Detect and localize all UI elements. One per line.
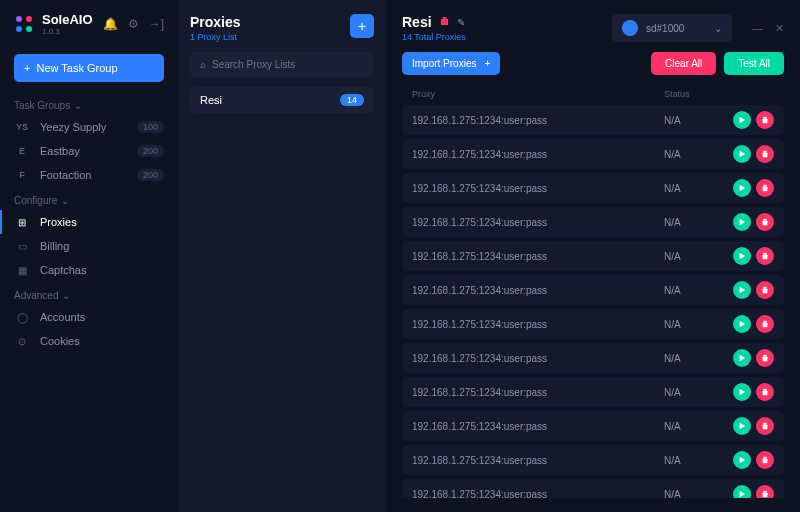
test-proxy-button[interactable] — [733, 383, 751, 401]
delete-proxy-button[interactable] — [756, 247, 774, 265]
nav-item-proxies[interactable]: ⊞Proxies — [0, 210, 178, 234]
search-field[interactable] — [212, 59, 364, 70]
plus-icon: + — [24, 62, 30, 74]
svg-rect-26 — [763, 458, 768, 463]
delete-list-icon[interactable] — [440, 17, 449, 28]
proxy-list-item[interactable]: Resi14 — [190, 87, 374, 113]
test-proxy-button[interactable] — [733, 451, 751, 469]
add-proxy-list-button[interactable]: + — [350, 14, 374, 38]
svg-rect-16 — [763, 288, 768, 293]
svg-rect-22 — [763, 390, 768, 395]
proxy-status: N/A — [664, 489, 724, 499]
section-task-groups[interactable]: Task Groups ⌄ — [0, 92, 178, 115]
nav-item-billing[interactable]: ▭Billing — [0, 234, 178, 258]
test-proxy-button[interactable] — [733, 247, 751, 265]
proxy-list-panel: Proxies 1 Proxy List + ⌕ Resi14 — [178, 0, 386, 512]
delete-proxy-button[interactable] — [756, 213, 774, 231]
new-task-label: New Task Group — [36, 62, 117, 74]
section-advanced[interactable]: Advanced ⌄ — [0, 282, 178, 305]
proxy-status: N/A — [664, 421, 724, 432]
proxy-value: 192.168.1.275:1234:user:pass — [412, 421, 664, 432]
search-input[interactable]: ⌕ — [190, 52, 374, 77]
plus-icon: + — [484, 58, 490, 69]
proxy-row: 192.168.1.275:1234:user:passN/A — [402, 445, 784, 475]
svg-rect-27 — [763, 457, 766, 459]
proxy-status: N/A — [664, 319, 724, 330]
test-proxy-button[interactable] — [733, 179, 751, 197]
svg-rect-20 — [763, 356, 768, 361]
test-proxy-button[interactable] — [733, 417, 751, 435]
chevron-down-icon: ⌄ — [61, 195, 69, 206]
delete-proxy-button[interactable] — [756, 281, 774, 299]
proxy-value: 192.168.1.275:1234:user:pass — [412, 183, 664, 194]
chevron-down-icon: ⌄ — [714, 23, 722, 34]
logout-icon[interactable]: →] — [149, 17, 164, 31]
svg-rect-24 — [763, 424, 768, 429]
delete-proxy-button[interactable] — [756, 349, 774, 367]
svg-point-2 — [16, 26, 22, 32]
nav-item-captchas[interactable]: ▦Captchas — [0, 258, 178, 282]
svg-rect-10 — [763, 186, 768, 191]
test-proxy-button[interactable] — [733, 111, 751, 129]
clear-all-button[interactable]: Clear All — [651, 52, 716, 75]
delete-proxy-button[interactable] — [756, 485, 774, 498]
delete-proxy-button[interactable] — [756, 417, 774, 435]
bell-icon[interactable]: 🔔 — [103, 17, 118, 31]
proxy-row: 192.168.1.275:1234:user:passN/A — [402, 105, 784, 135]
search-icon: ⌕ — [200, 59, 206, 70]
proxy-value: 192.168.1.275:1234:user:pass — [412, 387, 664, 398]
close-button[interactable]: ✕ — [775, 22, 784, 35]
test-proxy-button[interactable] — [733, 145, 751, 163]
minimize-button[interactable]: — — [752, 22, 763, 35]
task-group-item[interactable]: YSYeezy Supply100 — [0, 115, 178, 139]
svg-rect-6 — [763, 118, 768, 123]
nav-label: Proxies — [40, 216, 77, 228]
list-name: Resi — [200, 94, 222, 106]
new-task-group-button[interactable]: + New Task Group — [14, 54, 164, 82]
profile-selector[interactable]: sd#1000 ⌄ — [612, 14, 732, 42]
proxy-value: 192.168.1.275:1234:user:pass — [412, 489, 664, 499]
svg-point-0 — [16, 16, 22, 22]
delete-proxy-button[interactable] — [756, 179, 774, 197]
nav-item-cookies[interactable]: ⊙Cookies — [0, 329, 178, 353]
proxy-value: 192.168.1.275:1234:user:pass — [412, 149, 664, 160]
gear-icon[interactable]: ⚙ — [128, 17, 139, 31]
test-all-button[interactable]: Test All — [724, 52, 784, 75]
svg-rect-14 — [763, 254, 768, 259]
svg-rect-18 — [763, 322, 768, 327]
nav-label: Accounts — [40, 311, 85, 323]
section-configure[interactable]: Configure ⌄ — [0, 187, 178, 210]
count-badge: 200 — [137, 169, 164, 181]
test-proxy-button[interactable] — [733, 349, 751, 367]
proxy-value: 192.168.1.275:1234:user:pass — [412, 115, 664, 126]
delete-proxy-button[interactable] — [756, 145, 774, 163]
proxy-row: 192.168.1.275:1234:user:passN/A — [402, 377, 784, 407]
edit-list-icon[interactable]: ✎ — [457, 17, 465, 28]
proxy-status: N/A — [664, 149, 724, 160]
import-proxies-button[interactable]: Import Proxies + — [402, 52, 500, 75]
delete-proxy-button[interactable] — [756, 383, 774, 401]
delete-proxy-button[interactable] — [756, 315, 774, 333]
nav-icon: ▦ — [14, 265, 30, 276]
nav-label: Cookies — [40, 335, 80, 347]
detail-subtitle: 14 Total Proxies — [402, 32, 466, 42]
avatar — [622, 20, 638, 36]
test-proxy-button[interactable] — [733, 315, 751, 333]
panel-title: Proxies — [190, 14, 241, 30]
nav-item-accounts[interactable]: ◯Accounts — [0, 305, 178, 329]
test-proxy-button[interactable] — [733, 213, 751, 231]
table-header: Proxy Status — [402, 83, 784, 105]
detail-title: Resi — [402, 14, 432, 30]
task-group-item[interactable]: EEastbay200 — [0, 139, 178, 163]
proxy-rows[interactable]: 192.168.1.275:1234:user:passN/A192.168.1… — [402, 105, 784, 498]
proxy-row: 192.168.1.275:1234:user:passN/A — [402, 479, 784, 498]
task-group-item[interactable]: FFootaction200 — [0, 163, 178, 187]
nav-icon: ◯ — [14, 312, 30, 323]
proxy-value: 192.168.1.275:1234:user:pass — [412, 251, 664, 262]
test-proxy-button[interactable] — [733, 281, 751, 299]
proxy-status: N/A — [664, 251, 724, 262]
profile-name: sd#1000 — [646, 23, 684, 34]
test-proxy-button[interactable] — [733, 485, 751, 498]
delete-proxy-button[interactable] — [756, 451, 774, 469]
delete-proxy-button[interactable] — [756, 111, 774, 129]
